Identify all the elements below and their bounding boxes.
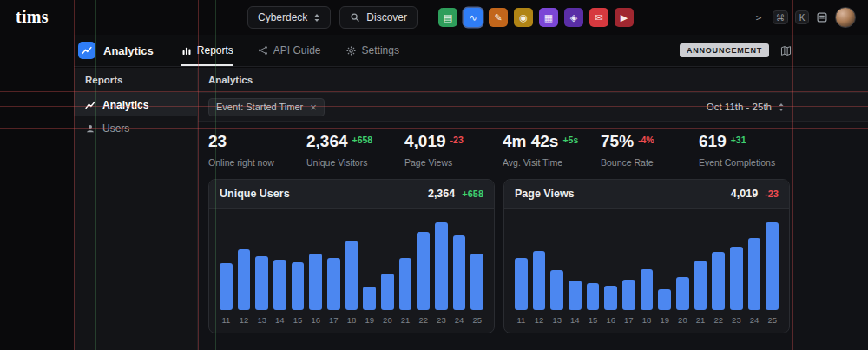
command-keycap: ⌘ — [773, 10, 788, 24]
bar — [381, 274, 394, 310]
sidebar-item-users[interactable]: Users — [74, 116, 197, 140]
bar-column: 22 — [417, 220, 430, 327]
stat-label: Avg. Visit Time — [503, 157, 601, 168]
coins-app-icon[interactable]: ◉ — [514, 8, 533, 27]
bar — [748, 238, 761, 310]
chart-title: Unique Users — [220, 188, 290, 200]
notes-app-icon[interactable]: ✎ — [489, 8, 508, 27]
page-views-chart-card: Page Views 4,019 -23 1112131415161718192… — [503, 179, 790, 333]
bar-column: 16 — [604, 220, 617, 327]
bar — [622, 280, 635, 310]
bar-plot: 111213141516171819202122232425 — [504, 209, 789, 333]
x-tick-label: 24 — [453, 314, 466, 327]
x-tick-label: 17 — [327, 314, 340, 327]
bar-column: 13 — [550, 220, 563, 327]
user-avatar[interactable] — [835, 7, 856, 28]
workspace-label: Cyberdeck — [258, 11, 307, 23]
x-tick-label: 17 — [622, 314, 635, 327]
bar-column: 11 — [515, 220, 528, 327]
x-tick-label: 15 — [587, 314, 600, 327]
bar-column: 23 — [730, 220, 743, 327]
x-tick-label: 16 — [604, 314, 617, 327]
x-tick-label: 23 — [435, 314, 448, 327]
x-tick-label: 22 — [712, 314, 725, 327]
map-icon[interactable] — [780, 45, 792, 56]
stat-value: 619 — [699, 133, 727, 151]
stat-page-views: 4,019-23Page Views — [404, 133, 503, 168]
bar — [292, 262, 305, 310]
x-tick-label: 18 — [641, 314, 654, 327]
x-tick-label: 20 — [381, 314, 394, 327]
tab-settings[interactable]: Settings — [345, 35, 399, 66]
x-tick-label: 18 — [345, 314, 358, 327]
bar-column: 20 — [676, 220, 689, 327]
bar-column: 21 — [399, 220, 412, 327]
bar-plot: 111213141516171819202122232425 — [209, 209, 494, 333]
event-filter-chip[interactable]: Event: Started Timer × — [208, 98, 325, 116]
bar — [363, 287, 376, 310]
tab-reports[interactable]: Reports — [181, 35, 233, 66]
bar-chart-icon — [181, 45, 192, 56]
bar-column: 24 — [453, 220, 466, 327]
x-tick-label: 25 — [470, 314, 483, 327]
x-tick-label: 12 — [238, 314, 251, 327]
bar — [641, 269, 654, 310]
calendar-app-icon[interactable]: ▦ — [539, 8, 558, 27]
tab-api-guide[interactable]: API Guide — [258, 35, 321, 66]
stat-value: 75% — [601, 133, 634, 151]
bar — [766, 222, 779, 310]
discover-button[interactable]: Discover — [339, 6, 418, 29]
x-tick-label: 16 — [309, 314, 322, 327]
topbar-center: Cyberdeck Discover ▤∿✎◉▦◈✉▶ — [247, 0, 634, 35]
changelog-icon[interactable] — [816, 11, 828, 23]
x-tick-label: 14 — [273, 314, 286, 327]
x-tick-label: 11 — [515, 314, 528, 327]
stat-delta: +658 — [352, 135, 373, 145]
stat-label: Event Completions — [699, 157, 775, 168]
topbar-right: >_ ⌘ K — [756, 0, 856, 35]
bar-column: 16 — [309, 220, 322, 327]
date-range-selector[interactable]: Oct 11th - 25th — [707, 102, 785, 112]
topbar: tims Cyberdeck Discover ▤∿✎◉▦◈✉▶ >_ ⌘ K — [0, 0, 868, 35]
announcement-badge[interactable]: ANNOUNCEMENT — [680, 43, 769, 57]
sidebar-item-analytics[interactable]: Analytics — [74, 93, 197, 116]
bar — [569, 281, 582, 310]
unique-users-chart-card: Unique Users 2,364 +658 1112131415161718… — [208, 179, 495, 333]
sidebar-title: Reports — [74, 68, 197, 93]
bar — [604, 286, 617, 310]
chart-title: Page Views — [515, 188, 575, 200]
header-right: ANNOUNCEMENT — [680, 43, 792, 57]
stat-unique-visitors: 2,364+658Unique Visitors — [306, 133, 404, 168]
bar — [435, 222, 448, 310]
brand-logo: tims — [16, 7, 49, 27]
workspace-switcher-button[interactable]: Cyberdeck — [247, 6, 331, 29]
charts-row: Unique Users 2,364 +658 1112131415161718… — [198, 168, 868, 333]
chart-delta: +658 — [462, 188, 483, 199]
stat-delta: +5s — [562, 135, 578, 145]
tab-label: Settings — [362, 44, 399, 56]
date-range-label: Oct 11th - 25th — [707, 102, 772, 112]
vault-app-icon[interactable]: ◈ — [564, 8, 583, 27]
stat-online-right-now: 23Online right now — [208, 133, 306, 168]
close-icon[interactable]: × — [310, 102, 317, 113]
search-icon — [350, 12, 360, 23]
header-tabs: ReportsAPI GuideSettings — [181, 35, 399, 66]
mail-app-icon[interactable]: ✉ — [589, 8, 608, 27]
bar-column: 19 — [363, 220, 376, 327]
bar-column: 23 — [435, 220, 448, 327]
bar-column: 19 — [658, 220, 671, 327]
docs-app-icon[interactable]: ▤ — [438, 8, 457, 27]
analytics-app-icon[interactable]: ∿ — [464, 8, 483, 27]
sidebar-items: AnalyticsUsers — [74, 93, 197, 140]
filter-bar: Event: Started Timer × Oct 11th - 25th — [198, 93, 868, 122]
stat-value: 4,019 — [404, 133, 446, 151]
bar-column: 20 — [381, 220, 394, 327]
bar — [515, 258, 528, 310]
stat-event-completions: 619+31Event Completions — [699, 133, 775, 168]
sidebar-item-label: Users — [102, 122, 129, 135]
bar — [345, 241, 358, 310]
media-app-icon[interactable]: ▶ — [615, 8, 634, 27]
sidebar-item-label: Analytics — [102, 99, 148, 111]
discover-label: Discover — [366, 11, 407, 23]
analytics-app-icon — [78, 42, 95, 59]
